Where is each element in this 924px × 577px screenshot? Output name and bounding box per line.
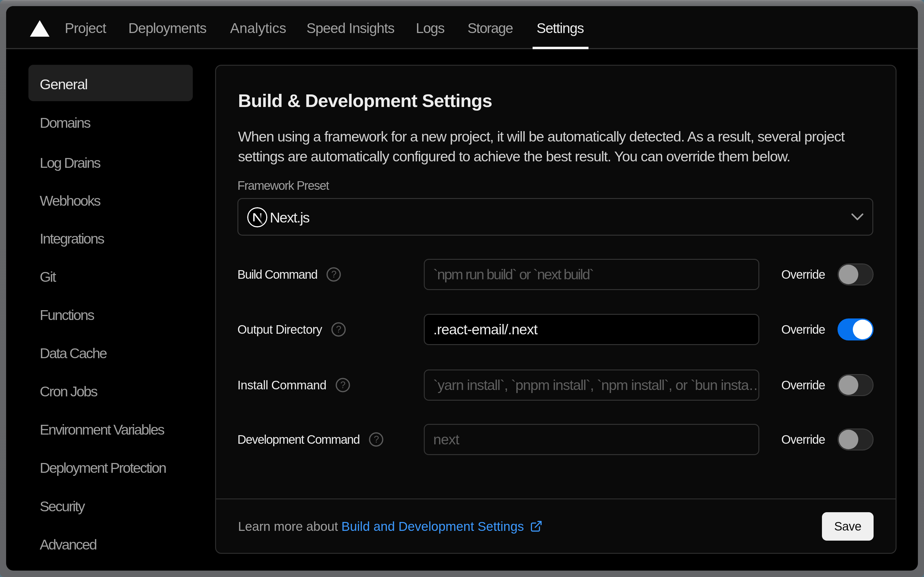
svg-text:?: ? xyxy=(331,269,336,280)
svg-text:?: ? xyxy=(374,434,379,445)
svg-text:?: ? xyxy=(340,380,346,390)
svg-text:?: ? xyxy=(336,324,341,335)
